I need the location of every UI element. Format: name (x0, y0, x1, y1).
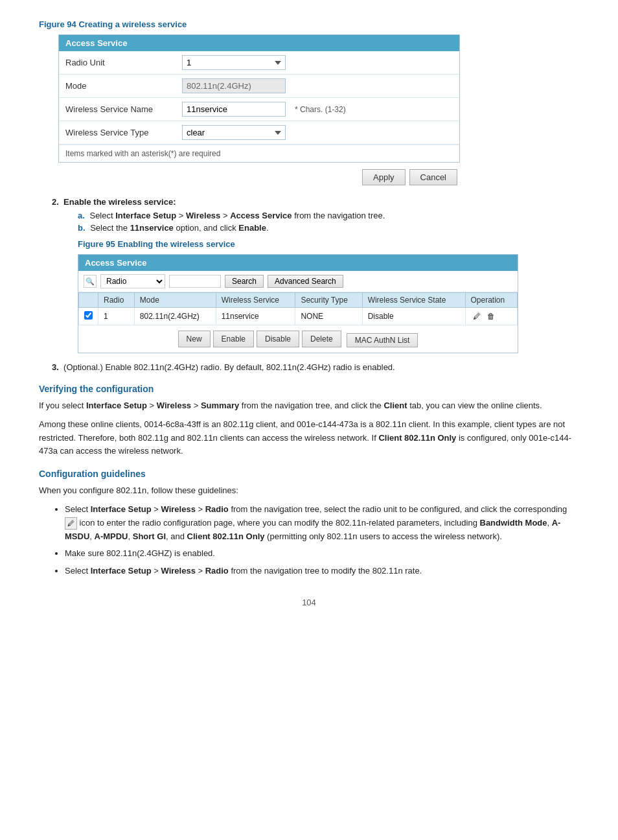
step2a: a. Select Interface Setup > Wireless > A… (78, 211, 579, 220)
action-icons: 🖉 🗑 (471, 310, 512, 322)
wireless-service-type-select[interactable]: clear (182, 125, 286, 140)
row-state: Disable (362, 308, 465, 325)
config-icon: 🖉 (65, 517, 77, 530)
bullet-item-1: Select Interface Setup > Wireless > Radi… (65, 503, 579, 543)
new-button[interactable]: New (178, 331, 211, 347)
table-buttons-row: New Enable Disable Delete MAC AuthN List (78, 325, 518, 353)
wireless-service-name-row: Wireless Service Name * Chars. (1-32) (59, 98, 459, 121)
search-input-field[interactable] (169, 275, 221, 288)
radio-unit-control: 1 (182, 55, 286, 70)
search-icon-box: 🔍 (84, 275, 97, 288)
config-bullet-list: Select Interface Setup > Wireless > Radi… (65, 503, 579, 578)
access-service-table: Radio Mode Wireless Service Security Typ… (78, 292, 518, 325)
form-box-94: Access Service Radio Unit 1 Mode Wireles… (58, 34, 460, 163)
table-row: 1 802.11n(2.4GHz) 11nservice NONE Disabl… (79, 308, 518, 325)
bullet-item-2: Make sure 802.11n(2.4GHZ) is enabled. (65, 547, 579, 561)
mode-control (182, 78, 286, 93)
access-table-header: Access Service (78, 255, 518, 271)
mode-row: Mode (59, 75, 459, 98)
search-row: 🔍 Radio Search Advanced Search (78, 271, 518, 292)
wireless-service-name-control: * Chars. (1-32) (182, 102, 346, 117)
config-section: Configuration guidelines When you config… (39, 469, 579, 578)
wireless-service-name-hint: * Chars. (1-32) (295, 105, 346, 114)
wireless-service-type-row: Wireless Service Type clear (59, 121, 459, 145)
radio-dropdown[interactable]: Radio (100, 274, 165, 288)
wireless-service-type-label: Wireless Service Type (65, 128, 182, 137)
col-security-type: Security Type (295, 293, 362, 308)
col-operation: Operation (465, 293, 517, 308)
access-table-box: Access Service 🔍 Radio Search Advanced S… (78, 254, 518, 353)
col-checkbox (79, 293, 98, 308)
radio-unit-label: Radio Unit (65, 58, 182, 67)
form-header-94: Access Service (59, 35, 459, 51)
wireless-service-name-input[interactable] (182, 102, 286, 117)
col-wireless-state: Wireless Service State (362, 293, 465, 308)
verifying-para1: If you select Interface Setup > Wireless… (39, 399, 579, 413)
mode-input (182, 78, 286, 93)
row-checkbox[interactable] (84, 311, 93, 320)
disable-button[interactable]: Disable (257, 331, 299, 347)
radio-unit-row: Radio Unit 1 (59, 51, 459, 75)
row-checkbox-cell (79, 308, 98, 325)
wireless-service-name-label: Wireless Service Name (65, 104, 182, 114)
radio-unit-select[interactable]: 1 (182, 55, 286, 70)
bullet-item-3: Select Interface Setup > Wireless > Radi… (65, 565, 579, 578)
wireless-service-type-control: clear (182, 125, 286, 140)
search-button[interactable]: Search (225, 275, 264, 288)
delete-button[interactable]: Delete (302, 331, 341, 347)
advanced-search-button[interactable]: Advanced Search (268, 275, 343, 288)
verifying-section: Verifying the configuration If you selec… (39, 384, 579, 458)
mac-authn-list-button[interactable]: MAC AuthN List (347, 333, 418, 347)
row-security-type: NONE (295, 308, 362, 325)
config-intro: When you configure 802.11n, follow these… (39, 484, 579, 498)
enable-button[interactable]: Enable (213, 331, 254, 347)
col-wireless-service: Wireless Service (216, 293, 295, 308)
step2b-letter: b. (78, 223, 86, 233)
step3: 3. (Optional.) Enable 802.11n(2.4GHz) ra… (52, 362, 579, 372)
required-note: Items marked with an asterisk(*) are req… (59, 145, 459, 162)
col-radio: Radio (98, 293, 135, 308)
page-number: 104 (39, 598, 579, 607)
verifying-heading: Verifying the configuration (39, 384, 579, 394)
step2-header: 2. Enable the wireless service: (52, 197, 579, 207)
config-heading: Configuration guidelines (39, 469, 579, 479)
row-operation: 🖉 🗑 (465, 308, 517, 325)
mode-label: Mode (65, 81, 182, 91)
form-buttons-94: Apply Cancel (58, 169, 460, 185)
row-radio: 1 (98, 308, 135, 325)
step2a-letter: a. (78, 211, 85, 220)
col-mode: Mode (134, 293, 216, 308)
edit-icon[interactable]: 🖉 (471, 310, 483, 322)
verifying-body: If you select Interface Setup > Wireless… (39, 399, 579, 458)
cancel-button[interactable]: Cancel (409, 169, 457, 185)
step2b: b. Select the 11nservice option, and cli… (78, 223, 579, 233)
delete-icon[interactable]: 🗑 (485, 310, 497, 322)
figure95-title: Figure 95 Enabling the wireless service (78, 239, 579, 249)
apply-button[interactable]: Apply (362, 169, 406, 185)
row-wireless-service: 11nservice (216, 308, 295, 325)
row-mode: 802.11n(2.4GHz) (134, 308, 216, 325)
figure94-title: Figure 94 Creating a wireless service (39, 19, 579, 29)
verifying-para2: Among these online clients, 0014-6c8a-43… (39, 418, 579, 458)
